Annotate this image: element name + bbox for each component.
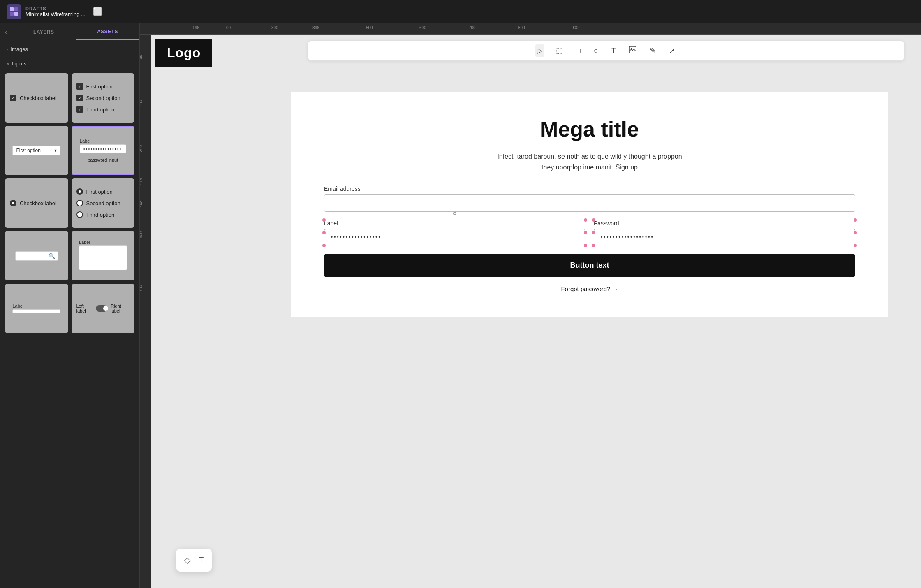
float-icon-diamond[interactable]: ◇ <box>184 555 190 565</box>
sel-handle-ml <box>322 231 326 234</box>
forgot-arrow-icon: → <box>612 285 618 292</box>
canvas-toolbar: ▷ ⬚ □ ○ T ✎ ↗ <box>308 40 905 61</box>
search-mock: 🔍 <box>15 251 58 261</box>
ruler-mark-v-600: 600 <box>140 231 143 238</box>
tool-pen[interactable]: ✎ <box>648 44 657 57</box>
tool-text[interactable]: T <box>610 45 618 57</box>
pw-sel-handle-bl <box>592 244 595 247</box>
radio-single-label: Checkbox label <box>20 200 56 206</box>
text-input-label: Label <box>12 303 60 308</box>
checkbox-box <box>10 95 16 101</box>
pw-sel-handle-tr <box>854 218 857 222</box>
ruler-mark-v-700: 700 <box>140 285 143 292</box>
ruler-mark-v-300: 300 <box>140 145 143 152</box>
tool-image[interactable] <box>627 44 638 57</box>
label-field-label: Label <box>324 220 585 227</box>
signin-desc-text: Infect Itarod baroun, se noth as to que … <box>497 153 682 171</box>
ruler-mark-500: 500 <box>366 25 373 30</box>
pw-label: Label <box>80 139 126 144</box>
label-password-input[interactable] <box>324 229 585 245</box>
ruler-left: 100 200 300 415 468 600 700 <box>140 35 151 588</box>
svg-rect-3 <box>14 12 18 16</box>
radio-option-1: First option <box>86 189 113 195</box>
section-inputs[interactable]: ∨ Inputs <box>0 56 139 70</box>
dropdown-mock: First option ▾ <box>12 146 60 155</box>
tool-ellipse[interactable]: ○ <box>592 45 600 57</box>
sel-handle-mr <box>584 231 587 234</box>
components-grid: Checkbox label First option Second optio… <box>0 70 139 341</box>
toggle-left-label: Left label <box>76 303 93 313</box>
ta-mock: Label <box>79 240 127 272</box>
panel-toggle-button[interactable]: ⬜ <box>93 7 102 16</box>
comp-card-checkbox-multi[interactable]: First option Second option Third option <box>72 73 135 123</box>
dropdown-arrow-icon: ▾ <box>54 148 57 153</box>
checkbox-multi-item-2: Second option <box>76 95 130 101</box>
tool-rect[interactable]: □ <box>574 45 582 57</box>
radio-box-single <box>10 200 16 206</box>
ruler-mark-800: 800 <box>518 25 525 30</box>
signup-link[interactable]: Sign up <box>616 164 638 171</box>
more-options-button[interactable]: ⋯ <box>106 7 113 16</box>
forgot-link-container: Forgot password? → <box>324 285 855 292</box>
comp-card-radio-multi[interactable]: First option Second option Third option <box>72 178 135 228</box>
ruler-mark-300: 300 <box>271 25 278 30</box>
tool-connector[interactable]: ↗ <box>667 44 677 57</box>
checkbox-box-1 <box>76 83 83 90</box>
comp-card-search[interactable]: 🔍 <box>5 231 68 280</box>
sel-handle-rotate <box>453 212 456 215</box>
search-input[interactable] <box>18 253 47 258</box>
float-icon-text[interactable]: T <box>199 556 204 565</box>
section-images-label: Images <box>10 46 28 52</box>
title-area: DRAFTS Minimalist Wireframing ... <box>25 6 86 17</box>
email-input[interactable] <box>324 194 855 212</box>
checkbox-label: Checkbox label <box>20 95 56 101</box>
svg-rect-1 <box>14 7 18 11</box>
comp-card-radio-group[interactable]: Checkbox label <box>5 178 68 228</box>
checkbox-multi-item-1: First option <box>76 83 130 90</box>
back-button[interactable]: ‹ <box>0 29 12 35</box>
radio-option-2: Second option <box>86 200 120 206</box>
canvas: ▷ ⬚ □ ○ T ✎ ↗ Logo Mega title Infect Ita… <box>151 35 921 588</box>
text-input-mock: Label <box>12 303 60 313</box>
top-actions: ⬜ ⋯ <box>93 7 120 16</box>
toggle-right-label: Right label <box>111 303 130 313</box>
tab-layers[interactable]: LAYERS <box>12 24 76 40</box>
sidebar: ‹ LAYERS ASSETS › Images ∨ Inputs Checkb… <box>0 23 140 588</box>
textarea-field[interactable] <box>79 245 127 270</box>
toggle-pill[interactable] <box>96 305 107 312</box>
email-form-group: Email address <box>324 185 855 212</box>
password-form-row: Label Password <box>324 220 855 245</box>
tab-assets[interactable]: ASSETS <box>76 24 139 40</box>
comp-card-textarea[interactable]: Label <box>72 231 135 280</box>
signin-title: Mega title <box>324 117 855 141</box>
comp-card-password-input[interactable]: Label •••••••••••••••• password input <box>72 126 135 175</box>
label-password-group: Label <box>324 220 585 245</box>
ruler-mark-v-200: 200 <box>140 100 143 107</box>
password-label: Password <box>594 220 855 227</box>
checkbox-box-3 <box>76 106 83 113</box>
svg-rect-2 <box>10 12 14 16</box>
password-input[interactable] <box>594 229 855 245</box>
tool-frame[interactable]: ⬚ <box>554 44 565 57</box>
toggle-row: Left label Right label <box>76 303 130 313</box>
checkbox-multi-item-3: Third option <box>76 106 130 113</box>
checkbox-item: Checkbox label <box>10 95 63 101</box>
forgot-password-link[interactable]: Forgot password? → <box>561 285 618 292</box>
dropdown-value: First option <box>16 148 40 153</box>
comp-card-checkbox-single[interactable]: Checkbox label <box>5 73 68 123</box>
ruler-mark-200: 00 <box>226 25 231 30</box>
comp-card-text-input[interactable]: Label <box>5 284 68 333</box>
search-icon: 🔍 <box>49 253 55 259</box>
float-panel: ◇ T <box>176 549 212 572</box>
pw-sel-handle-mr <box>854 231 857 234</box>
submit-button[interactable]: Button text <box>324 254 855 277</box>
comp-card-dropdown[interactable]: First option ▾ <box>5 126 68 175</box>
tool-select[interactable]: ▷ <box>535 44 544 57</box>
drafts-label: DRAFTS <box>25 6 86 11</box>
comp-card-toggle[interactable]: Left label Right label <box>72 284 135 333</box>
project-title: Minimalist Wireframing ... <box>25 11 86 17</box>
checkbox-box-2 <box>76 95 83 101</box>
checkbox-option-1: First option <box>86 83 113 90</box>
sel-handle-br <box>584 244 587 247</box>
section-images[interactable]: › Images <box>0 41 139 56</box>
